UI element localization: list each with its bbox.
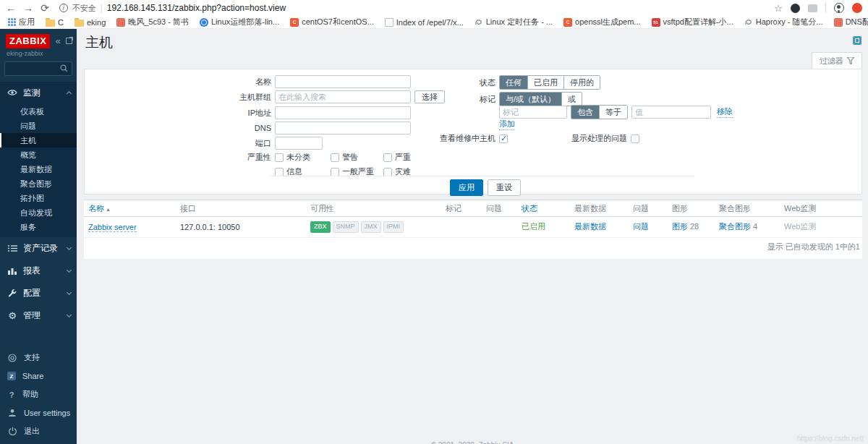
sidebar-item-problems[interactable]: 问题 xyxy=(0,119,77,133)
bookmark-star-icon[interactable]: ☆ xyxy=(774,3,783,14)
tag-value-input[interactable] xyxy=(631,106,711,119)
bookmark-item[interactable]: C openssl生成pem... xyxy=(563,17,640,27)
severity-option[interactable]: 严重 xyxy=(383,152,434,163)
bookmark-item[interactable]: Haproxy - 随笔分... xyxy=(744,17,823,27)
bookmark-item[interactable]: C centOS7和centOS... xyxy=(290,17,374,27)
reload-icon[interactable]: ⟳ xyxy=(41,3,49,13)
forward-icon[interactable]: → xyxy=(23,3,33,13)
bookmark-label: vsftpd配置详解-小... xyxy=(663,17,733,27)
ip-input[interactable] xyxy=(275,106,411,119)
screens-link[interactable]: 聚合图形 xyxy=(719,222,751,231)
sidebar-item-services[interactable]: 服务 xyxy=(0,220,77,234)
user-icon xyxy=(7,409,17,417)
checkbox-icon[interactable] xyxy=(383,153,392,162)
bookmark-item[interactable]: 51 vsftpd配置详解-小... xyxy=(652,17,733,27)
tag-logic-andor[interactable]: 与/或（默认） xyxy=(500,93,561,106)
tag-name-input[interactable] xyxy=(499,106,567,119)
checkbox-icon[interactable] xyxy=(331,168,339,176)
bookmark-folder-c[interactable]: C xyxy=(46,18,64,27)
tag-add-link[interactable]: 添加 xyxy=(499,119,515,130)
sidebar-item-discovery[interactable]: 自动发现 xyxy=(0,205,77,220)
severity-option[interactable]: 警告 xyxy=(331,152,383,163)
tag-remove-link[interactable]: 移除 xyxy=(717,106,733,118)
footer-item-label: 支持 xyxy=(24,352,40,363)
select-button[interactable]: 选择 xyxy=(414,90,445,103)
eye-icon xyxy=(7,88,17,97)
paging-text: 显示 已自动发现的 1中的1 xyxy=(84,238,862,259)
sidebar-item-logout[interactable]: 退出 xyxy=(0,422,77,441)
sidebar-item-dashboard[interactable]: 仪表板 xyxy=(0,104,77,119)
bookmark-folder-eking[interactable]: eking xyxy=(75,18,106,27)
sidebar-section-administration[interactable]: ⚙ 管理 xyxy=(0,304,77,327)
sidebar-item-screens[interactable]: 聚合图形 xyxy=(0,176,77,191)
bookmark-item[interactable]: 晚风_5c93 - 简书 xyxy=(116,17,189,27)
checkbox-icon[interactable] xyxy=(275,168,284,176)
sidebar-undock-icon[interactable] xyxy=(66,38,72,44)
sidebar-section-reports[interactable]: 报表 xyxy=(0,260,77,282)
checkbox-icon[interactable] xyxy=(383,168,392,176)
dns-input[interactable] xyxy=(275,121,411,135)
apply-button[interactable]: 应用 xyxy=(450,179,483,196)
status-label: 状态 xyxy=(466,77,499,88)
sidebar-item-support[interactable]: 支持 xyxy=(0,348,77,367)
bookmark-item[interactable]: Index of /epel/7/x... xyxy=(385,18,464,27)
bookmark-item[interactable]: DNS配置案例 - 简书 xyxy=(834,17,868,27)
graphs-link[interactable]: 图形 xyxy=(672,222,688,231)
bookmark-label: 应用 xyxy=(19,17,35,27)
name-input[interactable] xyxy=(275,75,411,88)
latest-data-link[interactable]: 最新数据 xyxy=(574,222,606,231)
back-icon[interactable]: ← xyxy=(6,3,16,13)
power-icon xyxy=(7,427,17,436)
filter-tab[interactable]: 过滤器 xyxy=(812,52,862,69)
address-bar[interactable]: i 不安全 | 192.168.145.131/zabbix.php?actio… xyxy=(56,3,767,14)
checkbox-icon[interactable] xyxy=(331,153,339,162)
sidebar-collapse-icon[interactable]: « xyxy=(55,36,60,46)
maintenance-checkbox[interactable] xyxy=(499,135,508,143)
port-input[interactable] xyxy=(275,137,323,150)
bookmark-item[interactable]: Linux运维部落-lin... xyxy=(200,17,279,27)
tag-operator-contains[interactable]: 包含 xyxy=(571,106,599,119)
sidebar-item-hosts[interactable]: 主机 xyxy=(0,133,77,148)
sidebar-search[interactable] xyxy=(4,61,72,76)
tag-logic-or[interactable]: 或 xyxy=(561,93,582,106)
bookmark-label: eking xyxy=(87,18,106,27)
problems-link[interactable]: 问题 xyxy=(633,222,649,231)
search-input[interactable] xyxy=(9,64,60,73)
checkbox-icon[interactable] xyxy=(275,153,284,162)
sidebar-section-inventory[interactable]: 资产记录 xyxy=(0,237,77,260)
profile-icon[interactable] xyxy=(834,3,844,13)
tag-operator-equals[interactable]: 等于 xyxy=(599,106,627,119)
sidebar-item-maps[interactable]: 拓扑图 xyxy=(0,191,77,205)
zabbix-logo[interactable]: ZABBIX xyxy=(6,34,50,48)
reset-button[interactable]: 重设 xyxy=(488,179,521,196)
sidebar-item-share[interactable]: Z Share xyxy=(0,367,77,385)
site-info-icon[interactable]: i xyxy=(59,4,68,12)
status-option-any[interactable]: 任何 xyxy=(500,76,527,89)
host-groups-input[interactable] xyxy=(275,90,411,103)
sidebar-item-help[interactable]: ? 帮助 xyxy=(0,385,77,404)
column-graphs: 图形 xyxy=(668,200,715,217)
status-option-enabled[interactable]: 已启用 xyxy=(527,76,563,89)
severity-option[interactable]: 未分类 xyxy=(275,152,331,163)
chevron-down-icon xyxy=(67,312,72,317)
column-name[interactable]: 名称▲ xyxy=(84,200,176,217)
host-name-link[interactable]: Zabbix server xyxy=(88,223,137,232)
url-text[interactable]: 192.168.145.131/zabbix.php?action=host.v… xyxy=(107,3,286,13)
sidebar-item-overview[interactable]: 概览 xyxy=(0,148,77,162)
status-option-disabled[interactable]: 停用的 xyxy=(563,76,600,89)
kiosk-mode-icon[interactable] xyxy=(853,36,861,45)
extension-icon[interactable] xyxy=(791,4,800,13)
sidebar-section-configuration[interactable]: 配置 xyxy=(0,282,77,304)
chevron-down-icon xyxy=(67,245,72,250)
column-status[interactable]: 状态 xyxy=(517,200,570,217)
host-status[interactable]: 已启用 xyxy=(522,222,545,231)
sidebar-item-latest-data[interactable]: 最新数据 xyxy=(0,162,77,176)
bookmark-apps[interactable]: 应用 xyxy=(7,17,35,27)
bookmark-label: Linux 定时任务 - ... xyxy=(486,17,553,27)
suppressed-checkbox[interactable] xyxy=(631,135,639,143)
bookmark-item[interactable]: Linux 定时任务 - ... xyxy=(475,17,553,27)
extension-icon-2[interactable] xyxy=(808,4,817,12)
sidebar-section-monitoring[interactable]: 监测 xyxy=(0,82,77,104)
sidebar-item-user-settings[interactable]: User settings xyxy=(0,404,77,422)
chrome-menu-icon[interactable] xyxy=(852,3,862,13)
